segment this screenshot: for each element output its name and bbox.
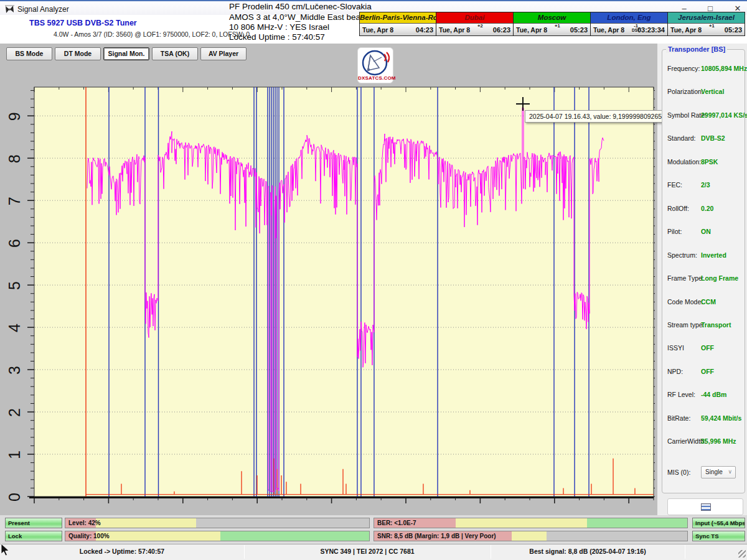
site-info-line-4: Locked Uptime : 57:40:57	[229, 32, 363, 43]
transponder-panel-title: Transponder [BS]	[666, 45, 727, 53]
transponder-label-5: FEC:	[667, 181, 682, 189]
mis-label: MIS (0):	[667, 469, 690, 476]
transponder-value-0: 10805,894 MHz	[701, 65, 747, 72]
bar-quality: Quality: 100%	[65, 531, 370, 541]
transponder-label-6: RollOff:	[667, 205, 689, 212]
ytick-label-4: 4	[6, 324, 23, 332]
clock-body: Tue, Apr 8+105:23	[514, 23, 590, 35]
transponder-value-11: Transport	[701, 321, 731, 329]
transponder-value-7: ON	[701, 228, 711, 235]
indicator-present: Present	[5, 518, 62, 528]
clock-date: Tue, Apr 8	[593, 26, 624, 34]
transponder-label-8: Spectrum:	[667, 251, 697, 259]
signal-chart[interactable]: 0123456789	[5, 62, 655, 515]
clock-city: Dubai	[436, 12, 513, 23]
clock-city: Jerusalem-Israel	[668, 12, 745, 23]
tuner-name: TBS 5927 USB DVB-S2 Tuner	[29, 19, 137, 27]
bar-level: Level: 42%	[65, 518, 370, 528]
ytick-label-2: 2	[6, 408, 23, 417]
transponder-value-10: CCM	[701, 298, 716, 306]
transponder-value-1: Vertical	[701, 88, 724, 95]
clock-time: 05:23	[725, 26, 742, 34]
toolbar-button-signal-mon-[interactable]: Signal Mon.	[103, 47, 149, 60]
statusbar-divider	[685, 545, 685, 559]
statusbar-divider	[491, 545, 491, 559]
statusbar-best-signal: Best signal: 8,8 dB (2025-04-07 19:16)	[491, 548, 685, 555]
transponder-value-15: 59,424 Mbit/s	[701, 414, 741, 422]
clock-city: Berlin-Paris-Vienna-Roma	[360, 12, 436, 23]
resize-grip[interactable]	[738, 550, 746, 558]
transponder-value-8: Inverted	[701, 251, 726, 259]
window-title: Signal Analyzer	[17, 5, 69, 14]
transponder-value-2: 29997,014 KS/s	[701, 111, 747, 119]
tuner-config: 4.0W - Amos 3/7 (ID: 3560) @ LOF1: 97500…	[54, 30, 250, 38]
app-icon	[5, 5, 14, 14]
transponder-value-5: 2/3	[701, 181, 710, 189]
transponder-label-1: Polarization:	[667, 88, 703, 95]
clock-body: Tue, Apr 8+105:23	[668, 23, 745, 35]
logo-text: DXSATCS.COM	[358, 75, 393, 81]
toolbar-button-tsa-ok-[interactable]: TSA (OK)	[152, 47, 198, 60]
plot-area	[34, 87, 654, 497]
mis-dropdown[interactable]: Single ∨	[701, 466, 736, 478]
ytick-label-7: 7	[6, 197, 23, 205]
transponder-list-button[interactable]	[667, 498, 743, 515]
clock-utc-offset: +1	[555, 24, 560, 28]
clock-utc-offset: +2	[477, 24, 483, 28]
bar-snr: SNR: 8,5 dB (Margin: 1,9 dB | Very Poor)	[374, 531, 688, 541]
toolbar-button-av-player[interactable]: AV Player	[200, 47, 247, 60]
transponder-label-12: ISSYI	[667, 344, 684, 352]
transponder-value-12: OFF	[701, 344, 714, 352]
transponder-value-3: DVB-S2	[701, 134, 725, 142]
transponder-label-11: Stream type:	[667, 321, 705, 329]
transponder-label-10: Code Mode:	[667, 298, 703, 306]
dxsatcs-logo: DXSATCS.COM	[357, 47, 393, 83]
chart-tooltip: 2025-04-07 19.16.43, value: 9,1999998092…	[525, 110, 674, 123]
site-info-line-3: 10 806 MHz-V : YES Israel	[229, 22, 363, 33]
transponder-label-7: Pilot:	[667, 228, 682, 235]
toolbar-button-bs-mode[interactable]: BS Mode	[6, 47, 52, 60]
clock-time: 06:23	[493, 26, 510, 34]
transponder-label-3: Standard:	[667, 134, 696, 142]
mis-value: Single	[705, 469, 723, 475]
crosshair-cursor-vertical	[522, 97, 524, 111]
transponder-label-4: Modulation:	[667, 158, 701, 166]
statusbar-divider	[244, 545, 245, 559]
clock-city: Moscow	[514, 12, 590, 23]
clock-time: 03:23:34	[637, 26, 665, 34]
clock-time: 04:23	[416, 26, 433, 34]
transponder-label-15: BitRate:	[667, 414, 690, 422]
site-info-line-1: PF Prodelin 450 cm/Lučenec-Slovakia	[229, 2, 363, 12]
transponder-label-16: CarrierWidth:	[667, 437, 706, 445]
transponder-label-9: Frame Type:	[667, 274, 704, 282]
site-info-line-2: AMOS 3 at 4,0°W_Middle East beam	[229, 12, 363, 23]
toolbar-button-dt-mode[interactable]: DT Mode	[55, 47, 101, 60]
clock-time: 05:23	[570, 26, 588, 34]
indicator-sync-ts: Sync TS	[692, 531, 745, 541]
list-icon	[701, 503, 711, 511]
clock-cell-4: London, EngTue, Apr 8-1DST03:23:34	[591, 12, 668, 36]
bar-ber: BER: <1.0E-7	[374, 518, 688, 528]
ytick-label-8: 8	[6, 154, 23, 163]
transponder-value-14: -44 dBm	[701, 391, 726, 398]
clock-cell-5: Jerusalem-IsraelTue, Apr 8+105:23	[668, 12, 745, 36]
clock-body: Tue, Apr 8+206:23	[436, 23, 513, 35]
indicator-lock: Lock	[5, 531, 62, 541]
statusbar-sync-counters: SYNC 349 | TEI 2072 | CC 7681	[244, 548, 491, 555]
ytick-label-3: 3	[6, 366, 23, 375]
ytick-label-1: 1	[6, 450, 23, 459]
clock-cell-1: Berlin-Paris-Vienna-RomaTue, Apr 804:23	[359, 12, 436, 36]
clock-body: Tue, Apr 804:23	[360, 23, 436, 35]
clock-date: Tue, Apr 8	[439, 26, 470, 34]
chevron-down-icon: ∨	[728, 469, 732, 475]
clock-date: Tue, Apr 8	[670, 26, 702, 34]
ytick-label-0: 0	[6, 493, 23, 502]
clock-utc-offset: +1	[709, 24, 715, 28]
world-clocks: Berlin-Paris-Vienna-RomaTue, Apr 804:23D…	[359, 12, 745, 36]
clock-date: Tue, Apr 8	[516, 26, 547, 34]
clock-body: Tue, Apr 8-1DST03:23:34	[591, 23, 667, 35]
clock-date: Tue, Apr 8	[362, 26, 393, 34]
transponder-value-9: Long Frame	[701, 274, 738, 282]
mouse-cursor	[1, 544, 11, 558]
ytick-label-6: 6	[6, 239, 23, 248]
